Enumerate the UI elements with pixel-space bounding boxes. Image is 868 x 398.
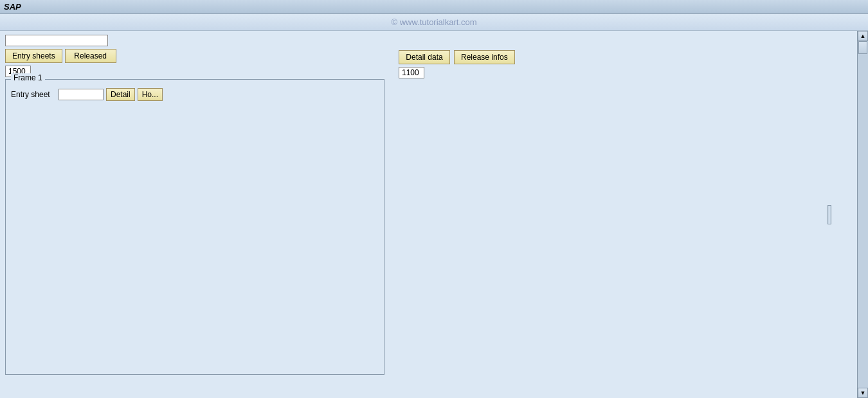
- entry-sheet-row: Entry sheet Detail Ho...: [11, 88, 379, 101]
- right-button-group: Detail data Release infos: [399, 50, 515, 64]
- watermark-text: © www.tutorialkart.com: [391, 17, 476, 27]
- scroll-down-button[interactable]: ▼: [858, 388, 868, 398]
- watermark-bar: © www.tutorialkart.com: [0, 14, 868, 31]
- right-value-container: 1100: [399, 67, 424, 78]
- title-bar: SAP: [0, 0, 868, 14]
- entry-sheets-button[interactable]: Entry sheets: [5, 49, 62, 63]
- top-input-container: [5, 35, 837, 46]
- entry-sheet-input[interactable]: [59, 89, 104, 100]
- vertical-scrollbar[interactable]: ▲ ▼: [857, 31, 868, 398]
- scroll-up-button[interactable]: ▲: [858, 31, 868, 41]
- frame-1: Frame 1 Entry sheet Detail Ho...: [5, 79, 384, 375]
- release-infos-button[interactable]: Release infos: [454, 50, 515, 64]
- main-content: Entry sheets Released 1500 Detail data R…: [0, 31, 868, 398]
- frame-title: Frame 1: [11, 73, 45, 82]
- left-panel: Entry sheets Released 1500 Detail data R…: [0, 31, 842, 398]
- ho-button[interactable]: Ho...: [138, 88, 163, 101]
- detail-data-button[interactable]: Detail data: [399, 50, 450, 64]
- top-search-input[interactable]: [5, 35, 108, 46]
- released-button[interactable]: Released: [65, 49, 116, 63]
- scroll-thumb[interactable]: [858, 41, 867, 54]
- frame-inner-content: Entry sheet Detail Ho...: [6, 79, 384, 106]
- right-value-box: 1100: [399, 67, 424, 78]
- entry-sheet-label: Entry sheet: [11, 90, 56, 99]
- detail-button[interactable]: Detail: [106, 88, 135, 101]
- app-title: SAP: [4, 2, 21, 12]
- scroll-track[interactable]: [858, 41, 868, 388]
- splitter-handle[interactable]: [827, 205, 831, 224]
